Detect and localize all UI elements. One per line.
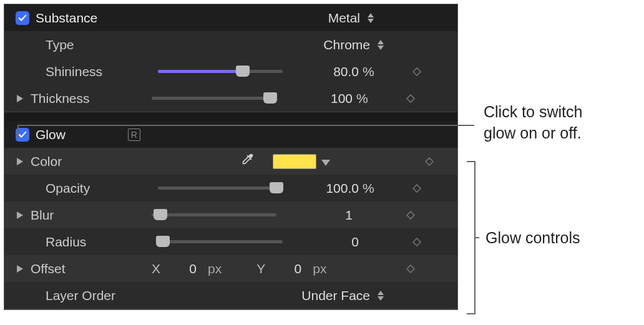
- layer-order-row: Layer Order Under Face: [4, 282, 457, 309]
- opacity-unit: %: [363, 181, 384, 196]
- inspector-panel: Substance Metal Type Chrome: [4, 4, 458, 310]
- thickness-keyframe[interactable]: [383, 94, 439, 103]
- thickness-slider[interactable]: [152, 85, 276, 112]
- offset-y-label: Y: [256, 261, 265, 276]
- callout-line: [17, 125, 19, 137]
- offset-label: Offset: [31, 261, 143, 276]
- blur-keyframe[interactable]: [383, 211, 439, 220]
- type-row: Type Chrome: [4, 31, 457, 58]
- color-label: Color: [31, 154, 143, 169]
- substance-section: Substance Metal Type Chrome: [4, 4, 457, 112]
- bracket: [467, 161, 476, 314]
- thickness-unit: %: [356, 91, 378, 106]
- thickness-disclosure[interactable]: [16, 95, 24, 102]
- blur-disclosure[interactable]: [16, 211, 24, 219]
- offset-y-unit: px: [313, 261, 326, 276]
- offset-y-value[interactable]: 0: [276, 261, 301, 276]
- color-swatch[interactable]: [273, 154, 316, 169]
- thickness-value-field[interactable]: 100 %: [276, 91, 383, 106]
- callout-line: [476, 237, 479, 238]
- opacity-slider[interactable]: [158, 175, 283, 201]
- offset-x-label: X: [152, 261, 160, 276]
- offset-disclosure[interactable]: [16, 265, 24, 273]
- shininess-value-field[interactable]: 80.0 %: [283, 64, 389, 79]
- type-popup[interactable]: Chrome: [283, 37, 389, 52]
- opacity-row: Opacity 100.0 %: [4, 175, 457, 201]
- thickness-row: Thickness 100 %: [4, 85, 457, 112]
- substance-popup[interactable]: Metal: [273, 11, 379, 26]
- blur-value: 1: [345, 208, 353, 223]
- radius-label: Radius: [46, 235, 158, 250]
- layer-order-value: Under Face: [301, 288, 370, 303]
- radius-value-field[interactable]: 0: [283, 235, 389, 250]
- layer-order-label: Layer Order: [46, 288, 158, 303]
- radius-slider[interactable]: [158, 228, 283, 255]
- eyedropper-icon[interactable]: [240, 153, 254, 170]
- shininess-value: 80.0: [333, 64, 359, 79]
- blur-slider[interactable]: [152, 201, 276, 228]
- annotation-toggle: Click to switch glow on or off.: [484, 102, 582, 144]
- stepper-icon: [368, 13, 374, 23]
- annotation-controls: Glow controls: [485, 228, 580, 249]
- offset-keyframe[interactable]: [383, 264, 439, 273]
- offset-x-unit: px: [208, 261, 222, 276]
- substance-label: Substance: [36, 11, 148, 26]
- stepper-icon: [378, 291, 384, 301]
- substance-popup-value: Metal: [328, 11, 360, 26]
- blur-row: Blur 1: [4, 201, 457, 228]
- thickness-label: Thickness: [31, 91, 143, 106]
- shininess-label: Shininess: [46, 64, 158, 79]
- blur-label: Blur: [31, 208, 143, 223]
- reset-icon[interactable]: R: [128, 129, 140, 141]
- radius-row: Radius 0: [4, 228, 457, 255]
- type-label: Type: [46, 37, 158, 52]
- thickness-value: 100: [331, 91, 353, 106]
- type-popup-value: Chrome: [323, 37, 370, 52]
- color-chevron-down-icon[interactable]: [321, 154, 330, 169]
- color-disclosure[interactable]: [16, 158, 24, 165]
- glow-label: Glow: [36, 127, 66, 142]
- offset-x-value[interactable]: 0: [172, 261, 197, 276]
- opacity-label: Opacity: [46, 181, 158, 196]
- opacity-value: 100.0: [326, 181, 359, 196]
- shininess-unit: %: [363, 64, 384, 79]
- layer-order-popup[interactable]: Under Face: [283, 288, 389, 303]
- opacity-keyframe[interactable]: [389, 184, 445, 193]
- color-keyframe[interactable]: [401, 157, 457, 166]
- stepper-icon: [378, 40, 384, 50]
- callout-line: [17, 125, 474, 126]
- substance-checkbox[interactable]: [16, 11, 29, 25]
- shininess-row: Shininess 80.0 %: [4, 58, 457, 85]
- shininess-keyframe[interactable]: [389, 67, 445, 76]
- radius-keyframe[interactable]: [389, 238, 445, 246]
- color-row: Color: [4, 148, 457, 175]
- glow-section: Glow R Color Opacity: [4, 121, 457, 309]
- shininess-slider[interactable]: [158, 58, 283, 85]
- blur-value-field[interactable]: 1: [276, 208, 383, 223]
- opacity-value-field[interactable]: 100.0 %: [283, 181, 389, 196]
- radius-value: 0: [351, 235, 359, 250]
- offset-row: Offset X 0 px Y 0 px: [4, 255, 457, 282]
- substance-header-row: Substance Metal: [4, 4, 457, 31]
